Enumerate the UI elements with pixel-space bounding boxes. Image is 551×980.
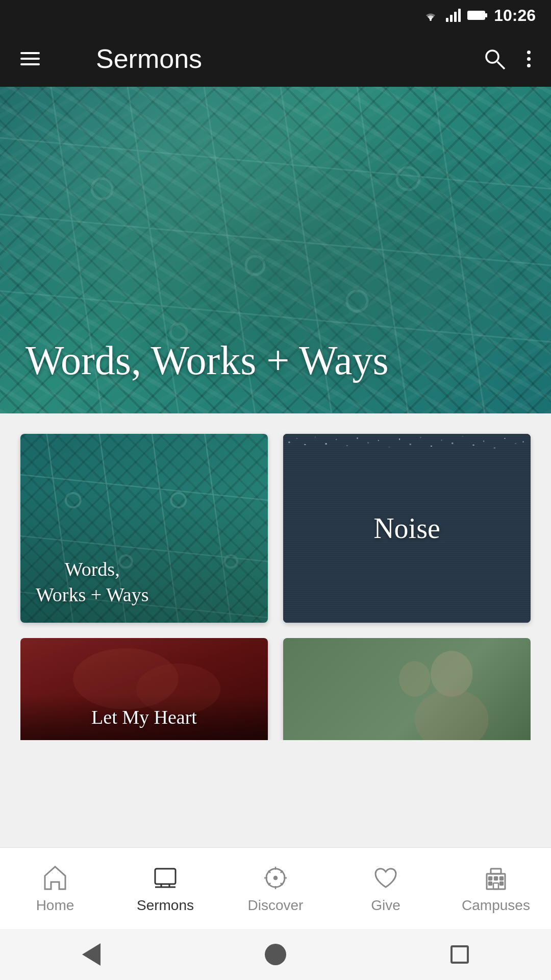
card-title-noise: Noise <box>373 512 440 545</box>
give-icon-container <box>371 864 400 892</box>
nav-right <box>482 46 531 71</box>
campuses-icon-container <box>482 864 510 892</box>
svg-rect-3 <box>454 12 457 22</box>
give-label: Give <box>371 897 400 914</box>
card-overlay-1: Words,Works + Ways <box>20 434 268 623</box>
sermons-icon-container <box>151 864 180 892</box>
discover-icon-container <box>261 864 290 892</box>
android-back-button[interactable] <box>82 943 101 966</box>
hero-banner[interactable]: Words, Works + Ways <box>0 87 551 413</box>
svg-line-15 <box>434 87 485 413</box>
give-icon <box>371 864 400 892</box>
search-icon[interactable] <box>482 46 507 71</box>
home-icon <box>41 864 69 892</box>
svg-rect-87 <box>489 882 492 885</box>
nav-item-give[interactable]: Give <box>331 864 441 914</box>
top-nav-bar: Sermons <box>0 31 551 87</box>
svg-point-66 <box>415 689 488 740</box>
nav-item-sermons[interactable]: Sermons <box>110 864 220 914</box>
svg-rect-1 <box>446 18 448 22</box>
hero-title: Words, Works + Ways <box>26 338 389 383</box>
sermon-card-words-works-ways[interactable]: Words,Works + Ways <box>20 434 268 623</box>
status-bar: 10:26 <box>0 0 551 31</box>
bottom-nav: Home Sermons <box>0 847 551 929</box>
svg-line-16 <box>0 138 551 189</box>
nav-title: Sermons <box>96 43 202 74</box>
svg-rect-68 <box>155 869 176 884</box>
nav-item-campuses[interactable]: Campuses <box>441 864 551 914</box>
svg-rect-2 <box>450 15 453 22</box>
svg-rect-84 <box>489 877 492 880</box>
sermon-row-2: Let My Heart <box>20 638 531 740</box>
nav-left: Sermons <box>20 43 202 74</box>
svg-rect-85 <box>494 877 497 880</box>
svg-point-20 <box>246 256 264 275</box>
svg-rect-83 <box>491 869 501 874</box>
sermons-label: Sermons <box>137 897 194 914</box>
battery-icon <box>467 10 488 21</box>
home-label: Home <box>36 897 74 914</box>
more-options-icon[interactable] <box>527 51 531 67</box>
card-fourth-decoration <box>283 638 531 740</box>
svg-rect-7 <box>485 13 487 17</box>
sermon-card-noise[interactable]: Noise <box>283 434 531 623</box>
svg-rect-88 <box>500 882 503 885</box>
status-time: 10:26 <box>494 6 536 25</box>
status-icons: 10:26 <box>421 6 536 25</box>
svg-point-19 <box>92 179 112 199</box>
android-home-button[interactable] <box>265 944 286 965</box>
wifi-icon <box>421 9 440 22</box>
card-title-1: Words,Works + Ways <box>36 557 149 607</box>
svg-point-73 <box>274 876 277 879</box>
card-title-heart: Let My Heart <box>36 705 253 730</box>
svg-point-21 <box>397 167 419 190</box>
svg-line-9 <box>497 62 505 69</box>
discover-label: Discover <box>248 897 304 914</box>
svg-point-67 <box>399 661 431 697</box>
svg-rect-89 <box>493 883 498 889</box>
svg-point-0 <box>430 19 432 21</box>
android-nav-bar <box>0 929 551 980</box>
android-recent-button[interactable] <box>450 945 469 964</box>
svg-line-18 <box>0 291 551 342</box>
campuses-icon <box>482 864 510 892</box>
svg-rect-86 <box>500 877 503 880</box>
svg-point-8 <box>486 51 498 63</box>
signal-icon <box>446 9 461 22</box>
hamburger-menu-button[interactable] <box>20 52 40 65</box>
campuses-label: Campuses <box>462 897 530 914</box>
home-icon-container <box>41 864 69 892</box>
svg-rect-4 <box>458 9 461 22</box>
nav-item-discover[interactable]: Discover <box>220 864 331 914</box>
card-overlay-3: Let My Heart <box>20 695 268 740</box>
sermon-card-fourth[interactable] <box>283 638 531 740</box>
nav-item-home[interactable]: Home <box>0 864 110 914</box>
sermons-icon <box>151 864 180 892</box>
discover-icon <box>261 864 290 892</box>
svg-point-23 <box>347 291 367 311</box>
sermon-grid-area: Words,Works + Ways <box>0 413 551 847</box>
svg-line-17 <box>0 214 551 265</box>
svg-rect-6 <box>468 12 484 19</box>
sermon-row-1: Words,Works + Ways <box>20 434 531 623</box>
sermon-card-let-my-heart[interactable]: Let My Heart <box>20 638 268 740</box>
